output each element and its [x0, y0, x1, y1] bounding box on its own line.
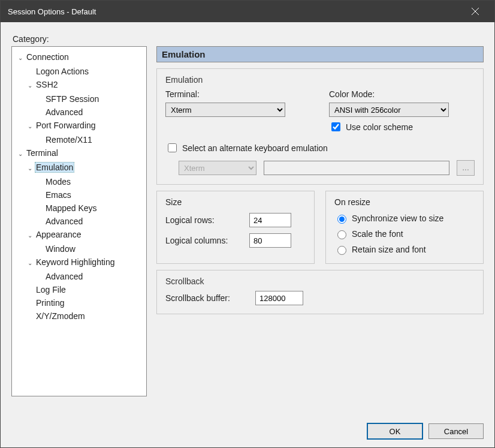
logical-columns-input[interactable]: [249, 233, 291, 248]
use-color-scheme-checkbox[interactable]: [331, 122, 340, 131]
tree-appearance[interactable]: Appearance: [35, 230, 83, 239]
tree-xyzmodem[interactable]: X/Y/Zmodem: [35, 311, 86, 321]
tree-window[interactable]: Window: [44, 244, 77, 254]
tree-sftp-session[interactable]: SFTP Session: [44, 94, 100, 104]
tree-log-file[interactable]: Log File: [35, 285, 67, 294]
cancel-button[interactable]: Cancel: [428, 423, 484, 439]
close-icon: [472, 8, 479, 15]
alt-keyboard-path: [264, 161, 449, 175]
tree-emulation[interactable]: Emulation: [35, 162, 74, 173]
color-mode-label: Color Mode:: [329, 89, 475, 99]
scrollback-buffer-input[interactable]: [255, 291, 303, 305]
category-label: Category:: [13, 34, 484, 44]
resize-retain-label: Retain size and font: [352, 245, 426, 254]
tree-port-forwarding[interactable]: Port Forwarding: [35, 121, 97, 130]
window-title: Session Options - Default: [8, 7, 96, 16]
chevron-down-icon[interactable]: ⌄: [26, 79, 34, 92]
tree-emacs[interactable]: Emacs: [44, 190, 73, 200]
tree-advanced[interactable]: Advanced: [44, 217, 84, 226]
resize-scale-label: Scale the font: [352, 229, 403, 239]
emulation-legend: Emulation: [165, 75, 475, 85]
chevron-down-icon[interactable]: ⌄: [26, 229, 34, 242]
tree-logon-actions[interactable]: Logon Actions: [35, 67, 90, 76]
tree-modes[interactable]: Modes: [44, 177, 72, 187]
session-options-dialog: Session Options - Default Category: ⌄Con…: [0, 0, 495, 448]
chevron-down-icon[interactable]: ⌄: [26, 257, 34, 270]
category-tree[interactable]: ⌄Connection Logon Actions ⌄SSH2 SFTP Ses…: [11, 46, 147, 396]
close-button[interactable]: [463, 1, 487, 22]
chevron-down-icon[interactable]: ⌄: [17, 52, 24, 65]
panel-title: Emulation: [156, 46, 484, 62]
scrollback-group: Scrollback Scrollback buffer:: [156, 270, 484, 314]
alt-keyboard-label: Select an alternate keyboard emulation: [182, 143, 328, 153]
titlebar: Session Options - Default: [1, 1, 494, 22]
tree-connection[interactable]: Connection: [25, 52, 70, 62]
tree-ssh2[interactable]: SSH2: [35, 80, 59, 89]
on-resize-legend: On resize: [334, 197, 475, 207]
chevron-down-icon[interactable]: ⌄: [17, 148, 24, 161]
size-group: Size Logical rows: Logical columns:: [156, 191, 315, 264]
tree-advanced[interactable]: Advanced: [44, 272, 84, 281]
browse-button: ...: [457, 160, 475, 176]
resize-sync-label: Synchronize view to size: [352, 214, 443, 223]
settings-pane: Emulation Emulation Terminal: Xterm Colo…: [156, 46, 484, 396]
chevron-down-icon[interactable]: ⌄: [26, 162, 34, 175]
scrollback-legend: Scrollback: [165, 276, 475, 286]
logical-rows-label: Logical rows:: [165, 215, 243, 225]
size-legend: Size: [165, 197, 306, 207]
tree-mapped-keys[interactable]: Mapped Keys: [44, 203, 98, 213]
resize-scale-radio[interactable]: [337, 230, 346, 239]
tree-terminal[interactable]: Terminal: [25, 148, 59, 158]
logical-rows-input[interactable]: [249, 213, 291, 227]
emulation-group: Emulation Terminal: Xterm Color Mode: AN…: [156, 68, 484, 185]
tree-advanced[interactable]: Advanced: [44, 107, 84, 117]
resize-sync-radio[interactable]: [337, 215, 346, 224]
terminal-select[interactable]: Xterm: [165, 103, 285, 117]
tree-printing[interactable]: Printing: [35, 298, 65, 308]
logical-columns-label: Logical columns:: [165, 236, 243, 245]
tree-remote-x11[interactable]: Remote/X11: [44, 135, 93, 145]
scrollback-buffer-label: Scrollback buffer:: [165, 293, 249, 303]
resize-retain-radio[interactable]: [337, 246, 346, 255]
color-mode-select[interactable]: ANSI with 256color: [329, 103, 449, 117]
alt-keyboard-checkbox[interactable]: [168, 143, 177, 152]
ok-button[interactable]: OK: [367, 423, 422, 439]
terminal-label: Terminal:: [165, 89, 311, 99]
use-color-scheme-label: Use color scheme: [346, 122, 413, 132]
alt-keyboard-select: Xterm: [179, 161, 256, 175]
on-resize-group: On resize Synchronize view to size Scale…: [325, 191, 484, 264]
tree-keyword-highlighting[interactable]: Keyword Highlighting: [35, 257, 116, 267]
chevron-down-icon[interactable]: ⌄: [26, 120, 34, 133]
